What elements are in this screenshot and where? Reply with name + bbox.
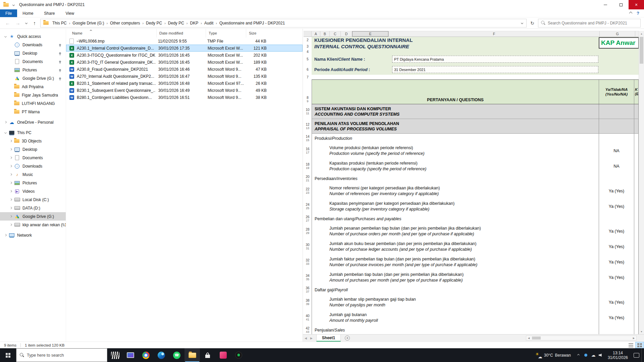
hscroll-thumb[interactable] (532, 337, 541, 340)
minimize-button[interactable] (598, 0, 613, 9)
column-header-name[interactable]: Name (66, 29, 156, 38)
row-number[interactable]: 4243 (304, 325, 312, 334)
maximize-button[interactable] (613, 0, 629, 9)
row-number[interactable]: 3435 (304, 270, 312, 285)
sidebar-section-this-pc[interactable]: This PC (0, 128, 66, 137)
taskbar-app-spotify[interactable] (231, 348, 246, 362)
select-all-corner[interactable] (304, 31, 312, 37)
chevron-right-icon[interactable] (10, 140, 12, 142)
bluetooth-icon[interactable] (582, 348, 590, 362)
show-desktop-button[interactable] (641, 348, 643, 362)
sidebar-item-figar-jaya-samudra[interactable]: Figar Jaya Samudra (0, 91, 66, 99)
file-row[interactable]: A230.3-ITGCQ_Questionnaire for ITGC_DK..… (66, 52, 303, 59)
chevron-right-icon[interactable] (10, 224, 12, 226)
chevron-down-icon[interactable] (4, 35, 7, 38)
chevron-right-icon[interactable] (10, 148, 12, 150)
taskbar-clock[interactable]: 13:14 31/01/2026 (604, 351, 631, 360)
file-row[interactable]: A230.1_Internal Control Questionnaire_D.… (66, 45, 303, 52)
menu-tab-home[interactable]: Home (17, 9, 39, 17)
menu-tab-view[interactable]: View (60, 9, 79, 17)
row-number[interactable]: 2829 (304, 224, 312, 239)
vscroll-thumb[interactable] (640, 37, 643, 64)
scroll-up-icon[interactable]: ▲ (639, 31, 644, 36)
collapse-ribbon-icon[interactable] (629, 12, 633, 15)
column-header-C[interactable]: C (330, 31, 341, 37)
onedrive-icon[interactable] (590, 348, 597, 362)
explorer-search[interactable] (538, 19, 641, 27)
taskbar-app-store[interactable] (200, 348, 215, 362)
column-header-G[interactable]: G (600, 31, 635, 37)
breadcrumb-segment[interactable]: This PC (50, 21, 69, 25)
column-header-E[interactable]: E (352, 31, 389, 37)
chevron-down-icon[interactable] (4, 131, 7, 134)
taskbar-app-chrome[interactable] (138, 348, 154, 362)
sidebar-item-downloads[interactable]: Downloads (0, 41, 66, 49)
help-icon[interactable]: ? (637, 11, 639, 16)
preview-horizontal-scrollbar[interactable]: ◀ ▶ (526, 336, 637, 341)
sidebar-item-luthfi-magang[interactable]: LUTHFI MAGANG (0, 99, 66, 108)
row-number[interactable]: 2627 (304, 214, 312, 224)
file-row[interactable]: ~WRL0066.tmp11/02/2025 9:55TMP File44 KB (66, 38, 303, 45)
breadcrumb-segment[interactable]: Dedy PC (144, 21, 164, 25)
row-number[interactable]: 1617 (304, 143, 312, 159)
back-button[interactable]: ← (3, 19, 12, 27)
row-number[interactable]: 7 (304, 75, 312, 79)
sidebar-item-desktop[interactable]: Desktop (0, 49, 66, 57)
row-number[interactable]: 3637 (304, 285, 312, 295)
sidebar-item-google-drive-g[interactable]: Google Drive (G:) (0, 212, 66, 221)
sidebar-item-google-drive-g[interactable]: Google Drive (G:) (0, 74, 66, 82)
row-number[interactable]: 2021 (304, 174, 312, 183)
taskbar-app-photos[interactable] (215, 348, 231, 362)
sidebar-item-local-disk-c[interactable]: Local Disk (C:) (0, 195, 66, 204)
chevron-right-icon[interactable] (10, 173, 12, 176)
breadcrumb-segment[interactable]: Dedy PC (166, 21, 186, 25)
taskbar-app-file-explorer[interactable] (184, 348, 200, 362)
column-header-date[interactable]: Date modified (156, 29, 206, 38)
file-row[interactable]: B220.1_Statement of related party transa… (66, 80, 303, 87)
column-header-type[interactable]: Type (206, 29, 246, 38)
file-row[interactable]: A270_Internal Audit Questionnaire_DKP2..… (66, 73, 303, 80)
scroll-down-icon[interactable]: ▼ (639, 329, 644, 334)
breadcrumb-segment[interactable]: DKP (188, 21, 201, 25)
column-header-F[interactable]: F (389, 31, 600, 37)
row-number[interactable]: 4 (304, 50, 312, 54)
action-center-icon[interactable] (631, 348, 641, 362)
row-number[interactable]: 3839 (304, 295, 312, 310)
chevron-right-icon[interactable] (10, 207, 12, 209)
sidebar-section-network[interactable]: Network (0, 231, 66, 239)
column-header-B[interactable]: B (320, 31, 330, 37)
chevron-right-icon[interactable] (10, 157, 12, 159)
breadcrumb-segment[interactable]: Audit (202, 21, 216, 25)
column-header-D[interactable]: D (341, 31, 352, 37)
start-button[interactable] (0, 348, 16, 362)
chevron-right-icon[interactable] (4, 234, 7, 236)
file-row[interactable]: B230.1_Subsequent Event Questionnaire_..… (66, 87, 303, 94)
add-sheet-icon[interactable]: + (345, 336, 350, 341)
row-number[interactable]: 2 (304, 37, 312, 43)
taskbar-search[interactable] (16, 348, 107, 362)
row-number[interactable]: 1011 (304, 104, 312, 119)
taskbar-app-zebra[interactable] (107, 348, 123, 362)
sidebar-section-onedrive-personal[interactable]: OneDrive - Personal (0, 118, 66, 126)
up-button[interactable]: ↑ (30, 19, 39, 27)
taskbar-app-whatsapp[interactable] (169, 348, 184, 362)
taskbar-app-monitor[interactable] (123, 348, 138, 362)
taskbar-app-edge[interactable] (154, 348, 169, 362)
sidebar-item-documents[interactable]: Documents (0, 57, 66, 66)
quick-access-toolbar-dropdown-icon[interactable] (12, 3, 15, 6)
column-header-A[interactable]: A (312, 31, 320, 37)
details-view-button[interactable] (627, 342, 635, 348)
chevron-right-icon[interactable] (4, 121, 7, 123)
sidebar-item-desktop[interactable]: Desktop (0, 145, 66, 154)
column-header-size[interactable]: Size (246, 29, 273, 38)
chevron-right-icon[interactable] (10, 198, 12, 201)
sidebar-item-pt-warna[interactable]: PT Warna (0, 108, 66, 116)
breadcrumb-segment[interactable]: Questionnaire and PMPJ - DKP2021 (217, 21, 287, 25)
chevron-right-icon[interactable] (10, 190, 12, 192)
prev-sheet-icon[interactable]: ◀ (303, 337, 309, 340)
sidebar-item-videos[interactable]: Videos (0, 187, 66, 195)
row-number[interactable]: 6 (304, 64, 312, 75)
row-number[interactable]: 1213 (304, 119, 312, 134)
row-number[interactable]: 1415 (304, 134, 312, 143)
row-number[interactable]: 5 (304, 54, 312, 64)
